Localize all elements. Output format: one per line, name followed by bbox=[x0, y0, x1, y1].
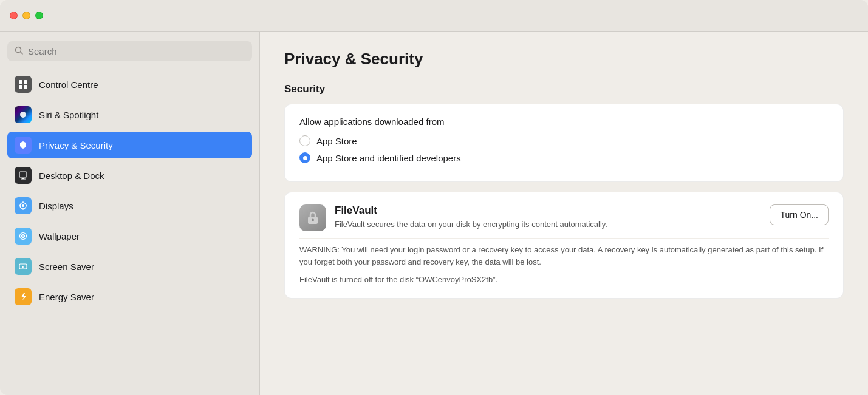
desktop-icon bbox=[15, 167, 32, 184]
svg-point-11 bbox=[22, 204, 24, 207]
sidebar-item-label: Desktop & Dock bbox=[39, 170, 104, 181]
svg-rect-4 bbox=[19, 85, 22, 89]
sidebar-item-control-centre[interactable]: Control Centre bbox=[7, 71, 252, 98]
radio-app-store[interactable] bbox=[299, 135, 310, 146]
displays-icon bbox=[15, 197, 32, 214]
sidebar-item-siri-spotlight[interactable]: Siri & Spotlight bbox=[7, 101, 252, 128]
svg-rect-7 bbox=[19, 172, 27, 177]
main-layout: Control Centre Siri & Spotlight Privacy … bbox=[0, 32, 868, 395]
sidebar-item-label: Screen Saver bbox=[39, 262, 94, 272]
control-centre-icon bbox=[15, 76, 32, 93]
svg-rect-5 bbox=[24, 85, 27, 89]
svg-line-1 bbox=[21, 52, 23, 55]
allow-from-card: Allow applications downloaded from App S… bbox=[284, 104, 844, 182]
traffic-lights bbox=[10, 12, 43, 19]
sidebar-item-label: Wallpaper bbox=[39, 231, 80, 241]
radio-app-store-devs-label: App Store and identified developers bbox=[316, 153, 461, 163]
filevault-status: FileVault is turned off for the disk “OW… bbox=[299, 274, 829, 286]
search-bar[interactable] bbox=[7, 41, 252, 61]
security-section-title: Security bbox=[284, 83, 844, 95]
svg-rect-3 bbox=[24, 80, 27, 84]
filevault-header: FileVault FileVault secures the data on … bbox=[299, 204, 829, 231]
maximize-button[interactable] bbox=[35, 12, 43, 19]
svg-point-21 bbox=[312, 219, 314, 221]
filevault-info: FileVault FileVault secures the data on … bbox=[335, 204, 607, 230]
svg-rect-9 bbox=[21, 179, 26, 180]
sidebar-item-label: Privacy & Security bbox=[39, 140, 113, 150]
sidebar-item-label: Energy Saver bbox=[39, 292, 94, 302]
page-title: Privacy & Security bbox=[284, 50, 844, 69]
filevault-warning: WARNING: You will need your login passwo… bbox=[299, 238, 829, 268]
search-input[interactable] bbox=[28, 46, 245, 56]
privacy-icon bbox=[15, 137, 32, 154]
sidebar-item-label: Siri & Spotlight bbox=[39, 110, 98, 120]
radio-option-app-store-devs[interactable]: App Store and identified developers bbox=[299, 152, 829, 163]
allow-from-label: Allow applications downloaded from bbox=[299, 116, 829, 127]
main-window: Control Centre Siri & Spotlight Privacy … bbox=[0, 0, 868, 395]
minimize-button[interactable] bbox=[22, 12, 30, 19]
filevault-left: FileVault FileVault secures the data on … bbox=[299, 204, 607, 231]
search-icon bbox=[15, 46, 23, 56]
close-button[interactable] bbox=[10, 12, 18, 19]
filevault-card: FileVault FileVault secures the data on … bbox=[284, 192, 844, 299]
wallpaper-icon bbox=[15, 228, 32, 245]
svg-point-6 bbox=[20, 112, 26, 118]
screensaver-icon bbox=[15, 258, 32, 275]
svg-point-18 bbox=[22, 235, 24, 237]
svg-rect-2 bbox=[19, 80, 22, 84]
sidebar-item-label: Control Centre bbox=[39, 79, 98, 90]
sidebar-item-energy-saver[interactable]: Energy Saver bbox=[7, 283, 252, 310]
sidebar: Control Centre Siri & Spotlight Privacy … bbox=[0, 32, 260, 395]
sidebar-item-wallpaper[interactable]: Wallpaper bbox=[7, 223, 252, 249]
filevault-icon bbox=[299, 204, 326, 231]
turn-on-button[interactable]: Turn On... bbox=[770, 204, 829, 225]
sidebar-item-screen-saver[interactable]: Screen Saver bbox=[7, 253, 252, 280]
sidebar-item-desktop-dock[interactable]: Desktop & Dock bbox=[7, 162, 252, 189]
radio-app-store-devs[interactable] bbox=[299, 152, 310, 163]
sidebar-item-privacy-security[interactable]: Privacy & Security bbox=[7, 132, 252, 158]
radio-option-app-store[interactable]: App Store bbox=[299, 135, 829, 146]
content-area: Privacy & Security Security Allow applic… bbox=[260, 32, 868, 395]
radio-app-store-label: App Store bbox=[316, 136, 357, 146]
energy-icon bbox=[15, 288, 32, 305]
sidebar-item-displays[interactable]: Displays bbox=[7, 192, 252, 219]
filevault-description: FileVault secures the data on your disk … bbox=[335, 219, 607, 230]
siri-icon bbox=[15, 106, 32, 123]
title-bar bbox=[0, 0, 868, 32]
sidebar-item-label: Displays bbox=[39, 201, 73, 211]
filevault-title: FileVault bbox=[335, 204, 607, 217]
